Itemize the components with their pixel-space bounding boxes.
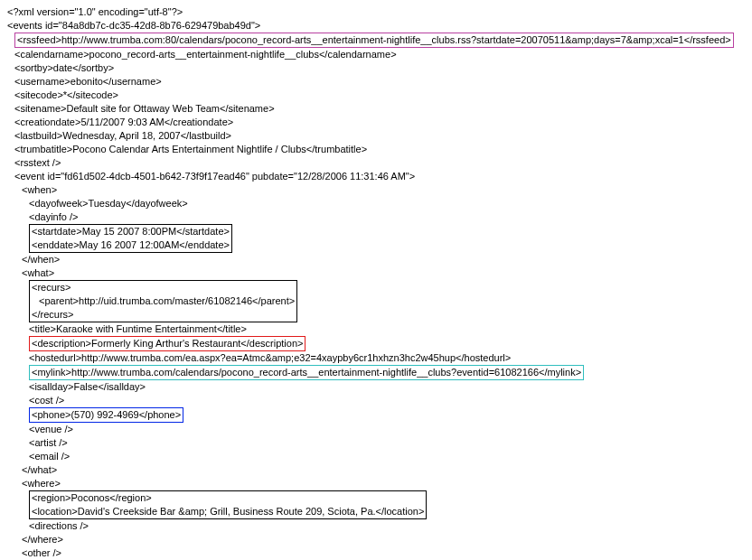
hostedurl-element: <hostedurl>http://www.trumba.com/ea.aspx… (7, 351, 752, 365)
recurs-box: <recurs> <parent>http://uid.trumba.com/m… (29, 280, 297, 322)
startdate-element: <startdate>May 15 2007 8:00PM</startdate… (32, 225, 230, 238)
events-open-tag: <events id="84a8db7c-dc35-42d8-8b76-6294… (7, 19, 752, 33)
dates-box: <startdate>May 15 2007 8:00PM</startdate… (29, 224, 232, 253)
cost-element: <cost /> (7, 394, 752, 407)
title-element: <title>Karaoke with Funtime Entertainmen… (7, 322, 752, 336)
when-open-tag: <when> (7, 183, 752, 197)
venue-element: <venue /> (7, 423, 752, 436)
parent-element: <parent>http://uid.trumba.com/master/610… (32, 294, 295, 308)
xml-declaration: <?xml version="1.0" encoding="utf-8"?> (7, 5, 752, 19)
where-box: <region>Poconos</region> <location>David… (29, 490, 427, 519)
dayofweek-element: <dayofweek>Tuesday</dayofweek> (7, 197, 752, 210)
artist-element: <artist /> (7, 436, 752, 450)
dayinfo-element: <dayinfo /> (7, 210, 752, 224)
trumbatitle-element: <trumbatitle>Pocono Calendar Arts Entert… (7, 143, 752, 156)
what-close-tag: </what> (7, 463, 752, 477)
sitecode-element: <sitecode>*</sitecode> (7, 89, 752, 102)
isallday-element: <isallday>False</isallday> (7, 380, 752, 394)
recurs-open-tag: <recurs> (32, 281, 295, 294)
when-close-tag: </when> (7, 253, 752, 266)
where-open-tag: <where> (7, 477, 752, 490)
directions-element: <directions /> (7, 519, 752, 533)
other-element: <other /> (7, 546, 752, 560)
what-open-tag: <what> (7, 266, 752, 280)
location-element: <location>David's Creekside Bar &amp; Gr… (32, 505, 424, 518)
sitename-element: <sitename>Default site for Ottaway Web T… (7, 102, 752, 116)
username-element: <username>ebonito</username> (7, 75, 752, 89)
mylink-element: <mylink>http://www.trumba.com/calendars/… (29, 365, 584, 380)
recurs-close-tag: </recurs> (32, 308, 295, 322)
email-element: <email /> (7, 450, 752, 463)
where-close-tag: </where> (7, 533, 752, 546)
event-open-tag: <event id="fd61d502-4dcb-4501-b642-73f9f… (7, 170, 752, 183)
phone-element: <phone>(570) 992-4969</phone> (29, 407, 183, 423)
lastbuild-element: <lastbuild>Wednesday, April 18, 2007</la… (7, 129, 752, 143)
rsstext-element: <rsstext /> (7, 156, 752, 170)
enddate-element: <enddate>May 16 2007 12:00AM</enddate> (32, 238, 230, 252)
rssfeed-element: <rssfeed>http://www.trumba.com:80/calend… (14, 33, 734, 48)
calendarname-element: <calendarname>pocono_record-arts__entert… (7, 48, 752, 61)
sortby-element: <sortby>date</sortby> (7, 61, 752, 75)
creationdate-element: <creationdate>5/11/2007 9:03 AM</creatio… (7, 116, 752, 129)
description-element: <description>Formerly King Arthur's Rest… (29, 336, 306, 351)
region-element: <region>Poconos</region> (32, 491, 424, 505)
